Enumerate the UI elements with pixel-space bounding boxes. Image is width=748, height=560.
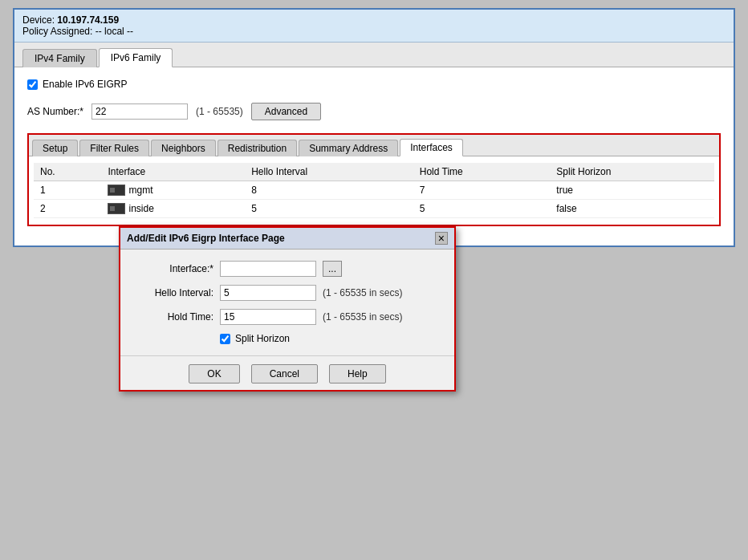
split-horizon-checkbox[interactable] (220, 334, 230, 344)
interface-field-label: Interface:* (133, 263, 213, 274)
hold-time-hint: (1 - 65535 in secs) (323, 311, 402, 323)
as-number-input[interactable]: 22 (91, 103, 188, 120)
sub-tab-interfaces[interactable]: Interfaces (400, 139, 463, 156)
sub-tab-neighbors[interactable]: Neighbors (151, 140, 216, 156)
row2-hello-interval: 5 (245, 200, 413, 218)
sub-tab-filter-rules[interactable]: Filter Rules (79, 140, 149, 156)
col-header-interface: Interface (101, 163, 245, 181)
hold-time-label: Hold Time: (133, 311, 213, 323)
hold-time-input[interactable]: 15 (220, 309, 316, 325)
title-bar: Device: 10.197.74.159 Policy Assigned: -… (14, 10, 734, 43)
sub-tabs-row: Setup Filter Rules Neighbors Redistribut… (29, 135, 719, 156)
interface-icon (108, 203, 125, 214)
enable-ipv6-eigrp-label: Enable IPv6 EIGRP (43, 79, 127, 90)
dialog-title: Add/Edit IPv6 Eigrp Interface Page (127, 233, 285, 244)
dialog: Add/Edit IPv6 Eigrp Interface Page × Int… (119, 226, 456, 392)
sub-tab-summary-address[interactable]: Summary Address (299, 140, 398, 156)
row2-hold-time: 5 (413, 200, 551, 218)
sub-tabs-container: Setup Filter Rules Neighbors Redistribut… (27, 133, 721, 226)
hello-interval-input[interactable]: 5 (220, 285, 316, 301)
hello-interval-label: Hello Interval: (133, 287, 213, 298)
row1-split-horizon: true (550, 181, 714, 200)
dialog-titlebar: Add/Edit IPv6 Eigrp Interface Page × (120, 228, 454, 250)
interface-icon (108, 185, 125, 196)
hold-time-field: Hold Time: 15 (1 - 65535 in secs) (133, 309, 441, 325)
table-area: No. Interface Hello Interval Hold Time S… (29, 156, 719, 225)
row1-hold-time: 7 (413, 181, 551, 200)
tab-ipv6-family[interactable]: IPv6 Family (99, 48, 173, 67)
device-label: Device: (22, 14, 55, 26)
table-row[interactable]: 2 inside 5 5 false (34, 200, 714, 218)
row1-hello-interval: 8 (245, 181, 413, 200)
dialog-body: Interface:* ... Hello Interval: 5 (1 - 6… (120, 250, 454, 355)
row2-split-horizon: false (550, 200, 714, 218)
main-window: Device: 10.197.74.159 Policy Assigned: -… (13, 8, 735, 247)
policy-line: Policy Assigned: -- local -- (22, 26, 726, 37)
row2-interface-cell: inside (108, 203, 238, 214)
interface-field: Interface:* ... (133, 261, 441, 277)
split-horizon-row: Split Horizon (220, 333, 441, 344)
policy-label: Policy Assigned: (22, 26, 92, 37)
interfaces-table: No. Interface Hello Interval Hold Time S… (34, 163, 714, 218)
device-line: Device: 10.197.74.159 (22, 14, 726, 26)
col-header-no: No. (34, 163, 101, 181)
col-header-split-horizon: Split Horizon (550, 163, 714, 181)
col-header-hold-time: Hold Time (413, 163, 551, 181)
hello-interval-hint: (1 - 65535 in secs) (323, 287, 402, 298)
as-number-row: AS Number:* 22 (1 - 65535) Advanced (27, 103, 721, 120)
tab-ipv4-family[interactable]: IPv4 Family (22, 49, 97, 67)
sub-tab-setup[interactable]: Setup (32, 140, 78, 156)
cancel-button[interactable]: Cancel (251, 364, 318, 383)
advanced-button[interactable]: Advanced (251, 103, 321, 120)
dialog-close-button[interactable]: × (435, 232, 448, 245)
as-number-range: (1 - 65535) (196, 106, 243, 117)
row1-interface: mgmt (101, 181, 245, 200)
browse-button[interactable]: ... (323, 261, 342, 277)
hello-interval-field: Hello Interval: 5 (1 - 65535 in secs) (133, 285, 441, 301)
as-number-label: AS Number:* (27, 106, 83, 117)
row2-no: 2 (34, 200, 101, 218)
interface-input[interactable] (220, 261, 316, 277)
row1-no: 1 (34, 181, 101, 200)
table-header-row: No. Interface Hello Interval Hold Time S… (34, 163, 714, 181)
sub-tab-redistribution[interactable]: Redistribution (217, 140, 297, 156)
help-button[interactable]: Help (329, 364, 386, 383)
family-tabs-row: IPv4 Family IPv6 Family (14, 43, 734, 67)
enable-ipv6-eigrp-checkbox[interactable] (27, 79, 38, 90)
device-name: 10.197.74.159 (57, 14, 119, 26)
col-header-hello-interval: Hello Interval (245, 163, 413, 181)
table-row[interactable]: 1 mgmt 8 7 true (34, 181, 714, 200)
enable-row: Enable IPv6 EIGRP (27, 79, 721, 90)
dialog-buttons: OK Cancel Help (120, 355, 454, 390)
policy-value: -- local -- (96, 26, 133, 37)
split-horizon-label: Split Horizon (235, 333, 290, 344)
content-area: Enable IPv6 EIGRP AS Number:* 22 (1 - 65… (14, 67, 734, 246)
ok-button[interactable]: OK (189, 364, 239, 383)
row2-interface: inside (101, 200, 245, 218)
row1-interface-cell: mgmt (108, 185, 238, 196)
